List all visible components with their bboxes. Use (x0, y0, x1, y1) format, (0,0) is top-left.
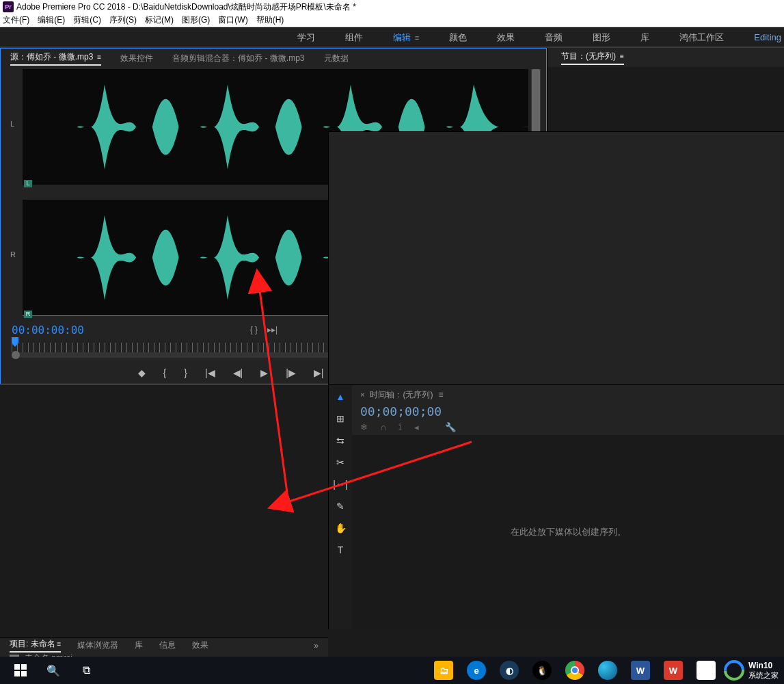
menu-marker[interactable]: 标记(M) (145, 14, 174, 26)
menu-edit[interactable]: 编辑(E) (38, 14, 65, 26)
ripple-icon[interactable]: ▸▸| (267, 325, 278, 334)
hand-tool[interactable]: ✋ (333, 522, 348, 534)
proj-tab-project[interactable]: 项目: 未命名 ≡ (10, 638, 61, 653)
menu-sequence[interactable]: 序列(S) (109, 14, 137, 26)
channel-tag-r: R (24, 311, 32, 318)
menu-window[interactable]: 窗口(W) (218, 14, 247, 26)
start-button[interactable] (5, 659, 36, 681)
mark-in-button[interactable]: { (163, 367, 167, 378)
titlebar: Pr Adobe Premiere Pro CC 2018 - D:\Baidu… (0, 0, 784, 14)
svg-rect-10 (21, 664, 27, 670)
razor-tool[interactable]: ✂ (333, 456, 348, 469)
tl-wrench-icon[interactable]: 🔧 (445, 422, 456, 432)
tl-menu-icon[interactable]: ≡ (438, 390, 443, 399)
source-tab-effectcontrols[interactable]: 效果控件 (120, 53, 153, 64)
ws-tab-hongwei[interactable]: 鸿伟工作区 (664, 28, 739, 47)
timeline-drop-zone[interactable]: 在此处放下媒体以创建序列。 (352, 435, 784, 629)
tb-app[interactable] (691, 659, 721, 681)
proj-tabs-more-icon[interactable]: » (314, 641, 319, 650)
tl-close-icon[interactable]: × (360, 391, 364, 399)
ws-tab-learn[interactable]: 学习 (282, 28, 330, 47)
proj-tab-effects[interactable]: 效果 (192, 640, 208, 651)
timeline-tab[interactable]: 时间轴：(无序列) (370, 389, 433, 401)
step-back-button[interactable]: ◀| (233, 367, 243, 378)
ws-tab-components[interactable]: 组件 (330, 28, 378, 47)
app-icon: Pr (3, 1, 14, 12)
step-forward-button[interactable]: |▶ (286, 367, 296, 378)
tb-edge[interactable] (593, 659, 623, 681)
svg-rect-12 (21, 671, 27, 676)
window-title: Adobe Premiere Pro CC 2018 - D:\BaiduNet… (16, 1, 356, 13)
timeline-panel (328, 131, 784, 384)
source-tab-metadata[interactable]: 元数据 (324, 53, 349, 64)
marker-tl-icon[interactable]: ⟟ (398, 421, 402, 432)
svg-rect-9 (14, 664, 20, 670)
ws-tab-effects[interactable]: 效果 (482, 28, 530, 47)
track-select-tool[interactable]: ⊞ (333, 412, 348, 425)
slip-tool[interactable]: |↔| (333, 478, 348, 490)
svg-rect-11 (14, 671, 20, 676)
timeline-timecode[interactable]: 00;00;00;00 (352, 404, 784, 419)
menubar: 文件(F) 编辑(E) 剪辑(C) 序列(S) 标记(M) 图形(G) 窗口(W… (0, 14, 784, 27)
tb-browser[interactable]: ◐ (494, 659, 524, 681)
snap-icon[interactable]: ❄ (360, 422, 368, 432)
go-to-out-button[interactable]: ▶| (314, 367, 324, 378)
go-to-in-button[interactable]: |◀ (205, 367, 215, 378)
channel-label-l: L (10, 120, 14, 128)
ws-tab-editing-en[interactable]: Editing (739, 28, 784, 47)
marker-button[interactable]: ◆ (138, 367, 146, 378)
play-button[interactable]: ▶ (260, 367, 268, 378)
tb-edge-legacy[interactable]: e (461, 659, 491, 681)
proj-tab-mediabrowser[interactable]: 媒体浏览器 (77, 640, 118, 651)
ws-tab-graphics[interactable]: 图形 (578, 28, 625, 47)
search-button[interactable]: 🔍 (38, 659, 68, 681)
tb-word[interactable]: W (625, 659, 655, 681)
project-tabs: 项目: 未命名 ≡ 媒体浏览器 库 信息 效果 » (0, 638, 328, 653)
tl-settings-icon[interactable]: ◂ (414, 422, 419, 432)
source-tabs: 源：傅如乔 - 微微.mp3≡ 效果控件 音频剪辑混合器：傅如乔 - 微微.mp… (1, 49, 546, 68)
source-tab-audiomixer[interactable]: 音频剪辑混合器：傅如乔 - 微微.mp3 (172, 53, 304, 64)
ws-tab-audio[interactable]: 音频 (530, 28, 578, 47)
type-tool[interactable]: T (333, 544, 348, 556)
tb-wps[interactable]: W (658, 659, 688, 681)
proj-tab-info[interactable]: 信息 (159, 640, 176, 651)
fit-icon[interactable]: { } (250, 325, 258, 334)
menu-graphics[interactable]: 图形(G) (182, 14, 210, 26)
program-tab[interactable]: 节目：(无序列)≡ (561, 51, 624, 65)
tb-qq[interactable]: 🐧 (527, 659, 557, 681)
timeline-panel-real: ▲ ⊞ ⇆ ✂ |↔| ✎ ✋ T × 时间轴：(无序列) ≡ 00;00;00… (328, 384, 784, 629)
task-view-button[interactable]: ⧉ (71, 659, 101, 681)
ws-tab-library[interactable]: 库 (625, 28, 664, 47)
source-timecode-in[interactable]: 00:00:00:00 (12, 324, 84, 337)
tb-explorer[interactable]: 🗂 (429, 659, 459, 681)
proj-tab-library[interactable]: 库 (135, 640, 143, 651)
pen-tool[interactable]: ✎ (333, 500, 348, 512)
ws-tab-color[interactable]: 颜色 (434, 28, 482, 47)
linked-selection-icon[interactable]: ∩ (380, 422, 386, 432)
workspace-bar: 学习 组件 编辑 颜色 效果 音频 图形 库 鸿伟工作区 Editing (0, 27, 784, 48)
tools-palette: ▲ ⊞ ⇆ ✂ |↔| ✎ ✋ T (329, 385, 352, 629)
channel-label-r: R (10, 250, 16, 259)
source-tab-source[interactable]: 源：傅如乔 - 微微.mp3≡ (10, 51, 101, 66)
channel-tag-l: L (24, 180, 32, 187)
mark-out-button[interactable]: } (184, 367, 187, 378)
ws-tab-editing[interactable]: 编辑 (378, 28, 434, 47)
tb-chrome[interactable] (560, 659, 590, 681)
ripple-tool[interactable]: ⇆ (333, 434, 348, 447)
selection-tool[interactable]: ▲ (333, 391, 348, 403)
win10-watermark: Win10 系统之家 (724, 660, 779, 681)
menu-clip[interactable]: 剪辑(C) (73, 14, 101, 26)
menu-help[interactable]: 帮助(H) (256, 14, 284, 26)
menu-file[interactable]: 文件(F) (3, 14, 29, 26)
taskbar: 🔍 ⧉ 🗂 e ◐ 🐧 W W Win10 系统之家 (0, 657, 784, 684)
